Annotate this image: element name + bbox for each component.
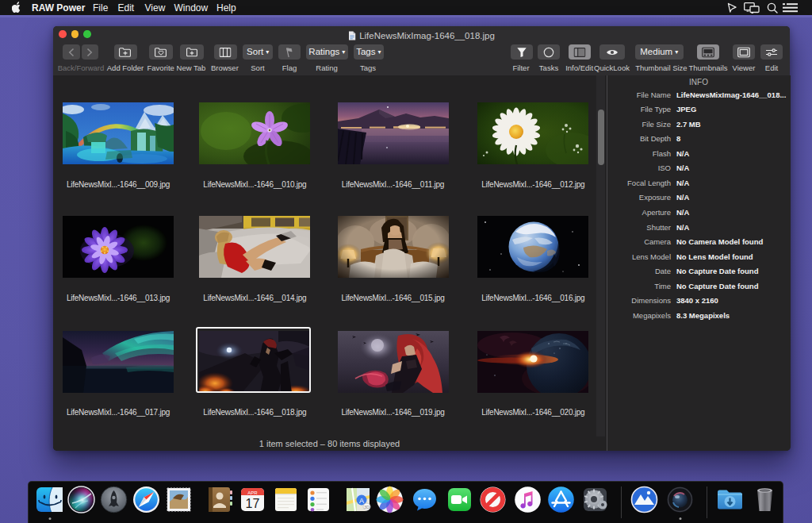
svg-text:APR: APR [248,490,259,495]
svg-text:3D: 3D [363,505,369,510]
svg-text:A: A [358,497,363,505]
svg-text:17: 17 [246,497,260,510]
